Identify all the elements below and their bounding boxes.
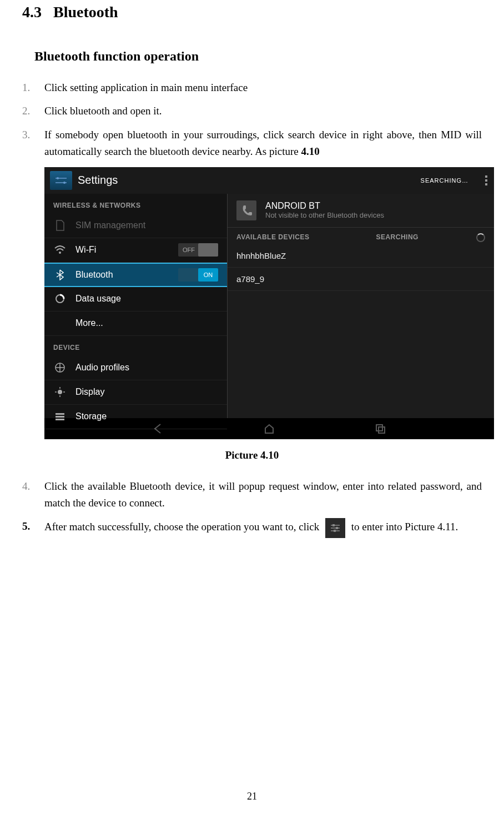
bluetooth-main-panel: ANDROID BT Not visible to other Bluetoot… [228,194,494,418]
svg-rect-17 [376,425,382,431]
sidebar-item-label: Wi-Fi [75,245,178,255]
steps-list-continued: 4. Click the available Bluetooth device,… [22,478,482,539]
step-number: 3. [22,127,44,160]
device-name: a789_9 [236,274,264,284]
this-device-row[interactable]: ANDROID BT Not visible to other Bluetoot… [228,194,494,228]
settings-sidebar: WIRELESS & NETWORKS SIM management Wi-Fi… [44,194,228,418]
step-number: 2. [22,103,44,119]
display-icon [53,387,67,397]
searching-label: SEARCHING [376,233,419,241]
step-text: If somebody open bluetooth in your surro… [44,127,482,160]
section-number: 4.3 [22,3,42,21]
step-3: 3. If somebody open bluetooth in your su… [22,127,482,160]
overflow-menu-icon[interactable] [485,175,487,185]
svg-rect-16 [56,419,64,420]
wifi-icon [53,245,67,254]
step-text: Click the available Bluetooth device, it… [44,478,482,512]
step-2: 2. Click bluetooth and open it. [22,103,482,119]
svg-rect-18 [379,427,385,433]
this-device-name: ANDROID BT [265,201,384,211]
settings-app-icon [50,171,72,190]
step-1: 1. Click setting application in main men… [22,79,482,96]
audio-icon [53,363,67,373]
step-text: After match successfully, choose the ope… [44,518,482,538]
available-device-row[interactable]: hhnhbhBlueZ [228,244,494,268]
this-device-visibility: Not visible to other Bluetooth devices [265,211,384,219]
available-devices-header: AVAILABLE DEVICES SEARCHING [228,228,494,244]
sidebar-item-sim[interactable]: SIM management [44,214,227,238]
sidebar-item-label: Bluetooth [75,270,178,280]
spinner-icon [476,233,485,242]
step-number: 4. [22,478,44,512]
page-number: 21 [0,791,504,802]
section-label-device: DEVICE [44,336,227,356]
sidebar-item-wifi[interactable]: Wi-Fi OFF [44,238,227,263]
bluetooth-settings-screenshot: Settings SEARCHING… WIRELESS & NETWORKS … [44,167,494,439]
svg-point-9 [58,390,62,394]
svg-rect-22 [336,527,338,529]
device-name: hhnhbhBlueZ [236,251,286,260]
back-button[interactable] [153,423,164,434]
searching-status: SEARCHING… [421,177,468,184]
subsection-heading: Bluetooth function operation [34,49,482,64]
available-label: AVAILABLE DEVICES [236,233,309,241]
sidebar-item-more[interactable]: More... [44,311,227,336]
svg-point-4 [59,252,61,254]
step-text: Click bluetooth and open it. [44,103,482,119]
sidebar-item-label: Storage [75,411,218,421]
sidebar-item-label: Display [75,387,218,397]
figure-caption: Picture 4.10 [22,449,482,461]
sidebar-item-label: SIM management [75,220,218,230]
step-number: 5. [22,518,44,538]
wifi-toggle[interactable]: OFF [178,243,218,257]
app-title: Settings [78,174,118,187]
storage-icon [53,413,67,420]
step-5: 5. After match successfully, choose the … [22,518,482,538]
bluetooth-toggle[interactable]: ON [178,268,218,282]
sidebar-item-label: Data usage [75,294,218,304]
data-usage-icon [53,294,67,304]
svg-rect-15 [56,416,64,418]
step-number: 1. [22,79,44,96]
sidebar-item-audio[interactable]: Audio profiles [44,356,227,380]
sidebar-item-label: More... [75,318,218,328]
sidebar-item-display[interactable]: Display [44,380,227,405]
sidebar-item-label: Audio profiles [75,363,218,373]
section-heading: 4.3 Bluetooth [22,3,482,21]
bluetooth-icon [53,269,67,280]
svg-rect-14 [56,413,64,415]
sidebar-item-bluetooth[interactable]: Bluetooth ON [44,263,227,287]
step-text: Click setting application in main menu i… [44,79,482,96]
recent-apps-button[interactable] [375,423,386,434]
svg-rect-20 [332,524,335,526]
phone-icon [236,200,256,220]
sim-icon [53,220,67,231]
svg-rect-24 [334,530,336,532]
steps-list: 1. Click setting application in main men… [22,79,482,160]
sliders-icon [325,518,345,538]
app-header: Settings SEARCHING… [44,167,494,194]
available-device-row[interactable]: a789_9 [228,268,494,291]
section-title: Bluetooth [53,3,118,21]
step-4: 4. Click the available Bluetooth device,… [22,478,482,512]
sidebar-item-storage[interactable]: Storage [44,405,227,429]
sidebar-item-data-usage[interactable]: Data usage [44,287,227,311]
section-label-wireless: WIRELESS & NETWORKS [44,194,227,214]
home-button[interactable] [264,423,275,434]
